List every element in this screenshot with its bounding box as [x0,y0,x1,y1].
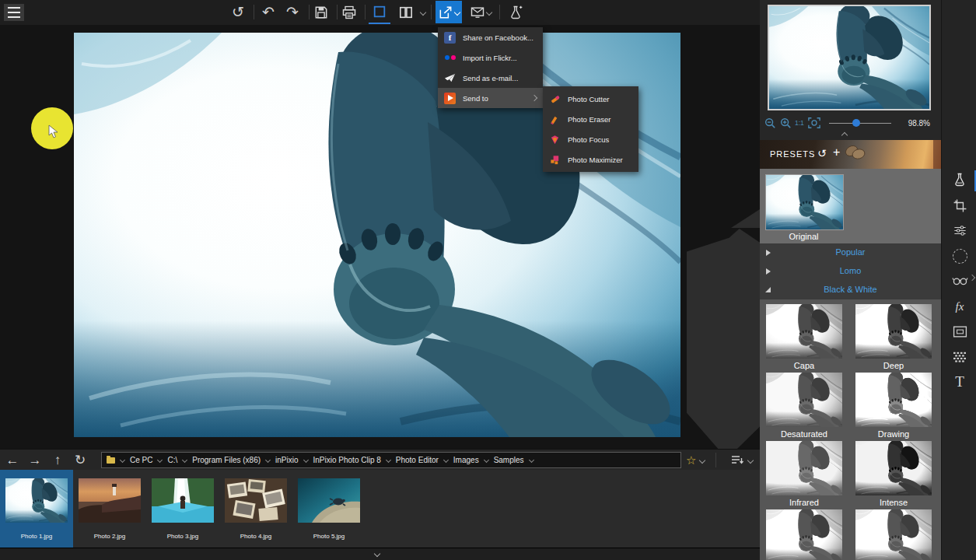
preset-thumb-partial[interactable] [766,509,842,560]
category-black-and-white[interactable]: Black & White [760,281,941,300]
submenu-item-photo-maximizer[interactable]: Photo Maximizer [543,149,638,170]
breadcrumb-label: Samples [494,456,524,464]
crop-icon [953,198,967,213]
save-icon [313,5,329,20]
strip-collapse-bar[interactable] [0,548,760,560]
nav-back-button[interactable]: ← [2,450,23,471]
original-thumb-image [766,175,843,229]
chevron-down-icon [386,457,391,463]
compare-glasses-button[interactable] [948,270,971,292]
preset-thumb [766,441,842,495]
dashed-selection-icon [953,249,967,264]
crop-tool-button[interactable] [948,194,971,216]
toolbar-separator [365,5,366,19]
share-button[interactable] [436,1,462,23]
text-tool-icon: T [955,373,964,390]
breadcrumb-item-inpixio[interactable]: inPixio [275,456,307,464]
back-icon: ← [6,453,19,467]
zoom-in-icon [779,117,792,129]
canvas-area [0,25,760,449]
chevron-down-icon [374,551,380,557]
photo-thumb-3[interactable]: Photo 3.jpg [146,470,219,548]
breadcrumb-label: Photo Editor [396,456,439,464]
breadcrumb-item-images[interactable]: Images [453,456,488,464]
presets-header: PRESETS ↺ + [760,140,941,169]
photo-maximizer-icon [549,154,561,166]
photo-thumb-1[interactable]: Photo 1.jpg [0,470,73,548]
texture-icon [953,351,967,363]
breadcrumb-item-program-files[interactable]: Program Files (x86) [192,456,270,464]
preset-label: Original [765,232,842,241]
email-options-dropdown[interactable] [484,1,495,23]
preset-original[interactable]: Original [760,169,941,243]
preset-thumb-partial[interactable] [855,509,932,560]
breadcrumb-item-ce-pc[interactable]: Ce PC [130,456,162,464]
photo-thumb-5[interactable]: Photo 5.jpg [292,470,366,548]
preset-label: Infrared [766,498,842,507]
zoom-100-button[interactable]: 1:1 [795,119,804,127]
textures-tool-button[interactable] [948,346,971,368]
add-preset-button[interactable] [505,1,526,23]
save-button[interactable] [310,1,332,23]
breadcrumb-item-samples[interactable]: Samples [494,456,533,464]
preset-intense[interactable]: Intense [855,441,932,507]
category-popular[interactable]: Popular [760,243,941,263]
selection-tool-button[interactable] [948,245,971,267]
breadcrumb-item-c-drive[interactable]: C:\ [167,456,187,464]
zoom-fit-button[interactable] [807,117,821,129]
refresh-button[interactable]: ↻ [69,450,91,471]
tools-sidebar: fx T [941,0,976,560]
navigator-preview[interactable] [768,5,931,110]
chevron-down-icon [182,457,187,463]
chevron-down-icon [486,9,492,15]
nav-up-button[interactable]: ↑ [47,450,68,471]
submenu-item-photo-eraser[interactable]: Photo Eraser [543,109,638,129]
revert-button[interactable]: ↺ [227,1,249,23]
preset-deep[interactable]: Deep [855,304,932,370]
photo-thumb-2[interactable]: Photo 2.jpg [73,470,146,548]
breadcrumb-item-photo-clip[interactable]: InPixio Photo Clip 8 [313,456,390,464]
presets-add-button[interactable]: + [828,145,845,160]
up-icon: ↑ [54,453,61,467]
zoom-in-button[interactable] [779,117,792,129]
collapse-preview-chevron[interactable] [841,132,848,138]
nav-forward-button[interactable]: → [24,450,46,471]
preset-drawing[interactable]: Drawing [855,373,932,439]
submenu-item-photo-focus[interactable]: Photo Focus [543,129,638,149]
breadcrumb-item-photo-editor[interactable]: Photo Editor [396,456,448,464]
submenu-arrow-icon [531,95,537,101]
zoom-slider-knob[interactable] [852,119,860,127]
compare-view-button[interactable] [395,1,417,23]
submenu-item-label: Photo Cutter [568,95,609,103]
category-lomo[interactable]: Lomo [760,262,941,282]
redo-button[interactable]: ↷ [282,1,303,23]
main-menu-button[interactable] [4,4,24,21]
adjustments-tool-button[interactable] [948,219,971,241]
preset-thumb [855,373,932,427]
menu-item-send-to[interactable]: Send to [438,88,543,108]
menu-item-share-facebook[interactable]: f Share on Facebook... [438,27,543,47]
photo-thumb-4[interactable]: Photo 4.jpg [219,470,292,548]
preset-desaturated[interactable]: Desaturated [766,373,842,439]
preset-capa[interactable]: Capa [766,304,842,370]
submenu-item-photo-cutter[interactable]: Photo Cutter [543,89,638,109]
submenu-item-label: Photo Maximizer [568,156,623,164]
frames-tool-button[interactable] [948,320,971,342]
redo-icon: ↷ [286,5,299,19]
refresh-icon: ↻ [75,453,86,467]
single-view-button[interactable] [369,1,390,24]
effects-tool-button[interactable]: fx [948,296,971,317]
view-options-dropdown[interactable] [417,1,429,23]
zoom-slider[interactable] [829,119,891,127]
menu-item-import-flickr[interactable]: Import in Flickr... [438,47,543,68]
print-button[interactable] [338,1,360,23]
preset-infrared[interactable]: Infrared [766,441,842,507]
presets-tool-button[interactable] [948,169,971,191]
zoom-out-button[interactable] [764,117,776,129]
toolbar-separator [309,5,310,19]
view-list-button[interactable] [726,453,749,468]
text-tool-button[interactable]: T [948,371,971,393]
frame-icon [953,325,967,338]
undo-button[interactable]: ↶ [257,1,279,23]
menu-item-send-email[interactable]: Send as e-mail... [438,68,543,88]
